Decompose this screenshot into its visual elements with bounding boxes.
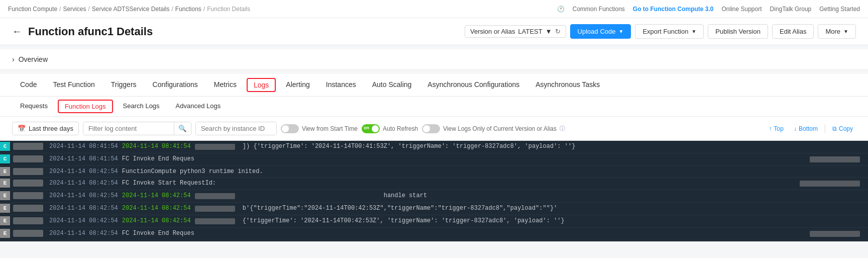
main-tabs: Code Test Function Triggers Configuratio… [0, 74, 868, 97]
breadcrumb: Function Compute / Services / Service AD… [8, 6, 250, 13]
log-blurred-region [13, 180, 43, 187]
log-level-badge: E [0, 229, 10, 238]
log-timestamp: 2024-11-14 08:41:54 [49, 143, 118, 150]
breadcrumb-sep-1: / [59, 6, 61, 13]
breadcrumb-fc[interactable]: Function Compute [8, 6, 57, 13]
overview-section[interactable]: › Overview [0, 49, 868, 70]
date-selector[interactable]: 📅 Last three days [12, 122, 79, 135]
version-label: Version or Alias [470, 28, 515, 35]
auto-refresh-toggle[interactable]: on [362, 124, 380, 133]
subtab-requests[interactable]: Requests [12, 97, 56, 116]
log-blurred-text [810, 156, 860, 162]
log-timestamp-link[interactable]: 2024-11-14 08:41:54 [122, 143, 191, 150]
publish-version-button[interactable]: Publish Version [708, 24, 768, 39]
breadcrumb-services[interactable]: Services [63, 6, 86, 13]
copy-label: Copy [839, 125, 853, 132]
log-content: 2024-11-14 08:41:54 2024-11-14 08:41:54 … [45, 142, 868, 152]
tab-alerting[interactable]: Alerting [278, 74, 317, 96]
copy-button[interactable]: ⧉ Copy [829, 123, 856, 134]
breadcrumb-functions[interactable]: Functions [175, 6, 201, 13]
online-support-link[interactable]: Online Support [722, 6, 762, 13]
top-nav-right: 🕐 Common Functions Go to Function Comput… [557, 6, 860, 13]
filter-content-box: 🔍 [83, 122, 191, 135]
log-timestamp: 2024-11-14 08:42:54 [49, 217, 118, 224]
go-to-fc-link[interactable]: Go to Function Compute 3.0 [633, 6, 714, 13]
log-timestamp-link[interactable]: 2024-11-14 08:42:54 [122, 217, 191, 224]
tab-async-tasks[interactable]: Asynchronous Tasks [527, 74, 608, 96]
breadcrumb-sep-3: / [171, 6, 173, 13]
edit-alias-label: Edit Alias [780, 28, 806, 35]
log-level-badge: E [0, 167, 10, 176]
view-current-label: View Logs Only of Current Version or Ali… [443, 125, 557, 132]
tab-code[interactable]: Code [12, 74, 45, 96]
log-level-badge: E [0, 191, 10, 200]
export-function-button[interactable]: Export Function [635, 24, 704, 39]
tab-triggers[interactable]: Triggers [103, 74, 145, 96]
auto-refresh-toggle-group: on Auto Refresh [362, 124, 418, 133]
instance-search-box [195, 122, 277, 135]
top-nav: Function Compute / Services / Service AD… [0, 0, 868, 18]
filter-search-button[interactable]: 🔍 [174, 122, 191, 135]
breadcrumb-sep-2: / [88, 6, 89, 13]
tab-async-configs[interactable]: Asynchronous Configurations [419, 74, 527, 96]
log-text: FC Invoke Start RequestId: [122, 180, 796, 187]
tab-test-function[interactable]: Test Function [45, 74, 102, 96]
view-start-time-toggle[interactable]: off [281, 124, 299, 133]
tab-metrics[interactable]: Metrics [206, 74, 245, 96]
common-functions-link[interactable]: Common Functions [573, 6, 625, 13]
log-text: FunctionCompute python3 runtime inited. [122, 168, 864, 175]
chevron-right-icon: › [12, 55, 15, 63]
filter-right-actions: ↑ Top ↓ Bottom ⧉ Copy [766, 123, 856, 134]
version-value: LATEST [518, 28, 542, 35]
help-icon[interactable]: ⓘ [560, 125, 565, 132]
view-current-toggle-label: off [424, 125, 430, 130]
log-text: b'{"triggerTime":"2024-11-14T00:42:53Z",… [239, 205, 864, 212]
bottom-label: Bottom [799, 125, 818, 132]
breadcrumb-sep-4: / [203, 6, 205, 13]
subtab-function-logs[interactable]: Function Logs [58, 100, 113, 113]
divider [825, 125, 825, 133]
upload-code-label: Upload Code [578, 28, 616, 35]
subtab-advanced-logs[interactable]: Advanced Logs [168, 97, 229, 116]
version-selector[interactable]: Version or Alias LATEST ▼ ↻ [465, 25, 566, 38]
log-blurred-region [13, 168, 43, 175]
view-start-time-label: View from Start Time [302, 125, 358, 132]
subtab-search-logs[interactable]: Search Logs [115, 97, 168, 116]
log-timestamp: 2024-11-14 08:41:54 [49, 155, 118, 162]
upload-code-button[interactable]: Upload Code [570, 24, 631, 39]
date-range-label: Last three days [29, 125, 73, 132]
log-row: E 2024-11-14 08:42:54 2024-11-14 08:42:5… [0, 203, 868, 215]
more-button[interactable]: More [818, 24, 856, 39]
edit-alias-button[interactable]: Edit Alias [772, 24, 814, 39]
log-blurred-text [195, 193, 235, 199]
instance-search-input[interactable] [196, 122, 276, 135]
view-current-toggle-group: off View Logs Only of Current Version or… [422, 124, 565, 133]
log-timestamp-link[interactable]: 2024-11-14 08:42:54 [122, 192, 191, 199]
back-button[interactable]: ← [12, 26, 22, 37]
top-button[interactable]: ↑ Top [766, 123, 787, 134]
log-row: E 2024-11-14 08:42:54 FC Invoke Start Re… [0, 178, 868, 190]
view-current-toggle[interactable]: off [422, 124, 440, 133]
dingtalk-group-link[interactable]: DingTalk Group [770, 6, 812, 13]
tab-instances[interactable]: Instances [318, 74, 364, 96]
publish-version-label: Publish Version [715, 28, 761, 35]
view-start-time-toggle-label: off [283, 125, 289, 130]
log-blurred-text [195, 206, 235, 212]
log-row: E 2024-11-14 08:42:54 2024-11-14 08:42:5… [0, 190, 868, 203]
tab-logs[interactable]: Logs [247, 78, 276, 92]
top-label: Top [774, 125, 784, 132]
log-content: 2024-11-14 08:41:54 FC Invoke End Reques [45, 154, 868, 164]
tab-auto-scaling[interactable]: Auto Scaling [364, 74, 420, 96]
refresh-icon[interactable]: ↻ [555, 28, 561, 35]
header-actions: Version or Alias LATEST ▼ ↻ Upload Code … [465, 24, 856, 39]
log-timestamp-link[interactable]: 2024-11-14 08:42:54 [122, 205, 191, 212]
breadcrumb-service-detail[interactable]: Service ADTSService Details [92, 6, 170, 13]
log-blurred-text [195, 144, 235, 150]
log-row: E 2024-11-14 08:42:54 FunctionCompute py… [0, 166, 868, 178]
bottom-button[interactable]: ↓ Bottom [791, 123, 821, 134]
log-text: FC Invoke End Reques [122, 230, 806, 237]
log-blurred-region [13, 155, 43, 162]
tab-configurations[interactable]: Configurations [145, 74, 206, 96]
filter-content-input[interactable] [83, 122, 174, 135]
getting-started-link[interactable]: Getting Started [819, 6, 860, 13]
